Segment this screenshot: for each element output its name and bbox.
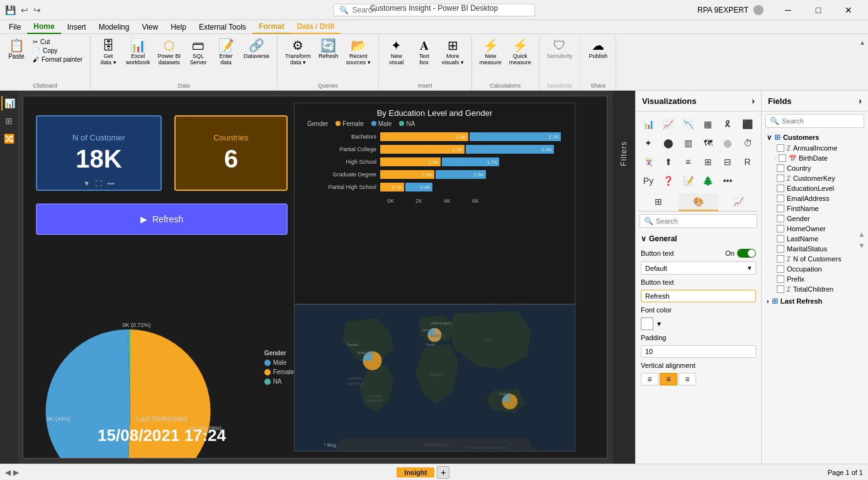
redo-icon[interactable]: ↪	[33, 5, 41, 15]
list-item[interactable]: EducationLevel	[764, 183, 865, 193]
menu-file[interactable]: File	[3, 20, 27, 34]
list-item[interactable]: Country	[764, 163, 865, 173]
align-bottom-button[interactable]: ≡	[679, 373, 696, 386]
fields-search-box[interactable]: 🔍	[765, 114, 864, 128]
title-search[interactable]: 🔍	[334, 4, 535, 16]
fields-search-input[interactable]	[782, 117, 860, 125]
undo-icon[interactable]: ↩	[21, 5, 28, 15]
font-color-picker[interactable]: ▾	[641, 317, 756, 330]
viz-icon-stackedbar[interactable]: ▦	[699, 115, 717, 133]
marital-checkbox[interactable]	[777, 245, 784, 253]
viz-icon-matrix[interactable]: ⊟	[719, 153, 736, 171]
birthdate-checkbox[interactable]	[779, 154, 786, 162]
viz-icon-ribbon[interactable]: 🎗	[719, 115, 736, 133]
viz-tab-format[interactable]: 🎨	[679, 193, 719, 211]
excel-button[interactable]: 📊 Excelworkbook	[123, 38, 153, 67]
more-icon[interactable]: •••	[107, 180, 115, 187]
toggle-track[interactable]	[737, 249, 756, 258]
list-item[interactable]: Gender	[764, 214, 865, 224]
viz-icon-kpi[interactable]: ⬆	[660, 153, 677, 171]
viz-search-input[interactable]	[656, 217, 753, 225]
viz-icon-decomp[interactable]: 🌲	[699, 172, 717, 190]
viz-icon-slicer[interactable]: ≡	[679, 153, 697, 171]
transform-button[interactable]: ⚙ Transformdata ▾	[283, 38, 313, 67]
list-item[interactable]: EmailAddress	[764, 193, 865, 203]
viz-icon-waterfall[interactable]: ⬛	[739, 115, 757, 133]
text-box-button[interactable]: 𝐀 Textbox	[412, 38, 437, 67]
list-item[interactable]: MaritalStatus	[764, 244, 865, 254]
refresh-btn-card[interactable]: ▶ Refresh	[36, 203, 288, 235]
viz-icon-qa[interactable]: ❓	[660, 172, 677, 190]
recent-sources-button[interactable]: 📂 Recentsources ▾	[344, 38, 373, 67]
country-checkbox[interactable]	[777, 164, 784, 172]
list-item[interactable]: Σ N of Customers	[764, 254, 865, 264]
sidebar-report-icon[interactable]: 📊	[1, 96, 16, 111]
viz-icon-scatter[interactable]: ✦	[640, 134, 657, 152]
list-item[interactable]: › 📅 BirthDate	[764, 153, 865, 163]
list-item[interactable]: Σ CustomerKey	[764, 173, 865, 183]
email-checkbox[interactable]	[777, 195, 784, 202]
menu-data-drill[interactable]: Data / Drill	[291, 20, 341, 34]
padding-input[interactable]	[641, 345, 756, 358]
n-customers-checkbox[interactable]	[777, 255, 784, 263]
nav-prev-arrow[interactable]: ◀	[5, 468, 11, 477]
menu-modeling[interactable]: Modeling	[93, 20, 136, 34]
paste-button[interactable]: 📋 Paste	[5, 38, 28, 61]
power-bi-datasets-button[interactable]: ⬡ Power BIdatasets	[155, 38, 184, 67]
list-item[interactable]: LastName	[764, 234, 865, 244]
viz-search-box[interactable]: 🔍	[640, 214, 757, 228]
scroll-up-icon[interactable]: ▲	[858, 230, 865, 239]
firstname-checkbox[interactable]	[777, 205, 784, 212]
sql-button[interactable]: 🗃 SQLServer	[186, 38, 211, 67]
list-item[interactable]: HomeOwner	[764, 224, 865, 234]
viz-panel-expand-icon[interactable]: ›	[752, 96, 755, 106]
sensitivity-button[interactable]: 🛡 Sensitivity	[544, 38, 575, 60]
education-checkbox[interactable]	[777, 185, 784, 192]
homeowner-checkbox[interactable]	[777, 225, 784, 232]
gender-checkbox[interactable]	[777, 215, 784, 222]
viz-icon-gauge[interactable]: ⏱	[739, 134, 757, 152]
button-text-toggle[interactable]: On	[725, 249, 756, 258]
button-text-input[interactable]	[641, 290, 756, 302]
list-item[interactable]: Σ AnnualIncome	[764, 143, 865, 153]
sidebar-model-icon[interactable]: 🔀	[1, 131, 16, 146]
publish-button[interactable]: ☁ Publish	[585, 38, 611, 60]
list-item[interactable]: Occupation	[764, 264, 865, 274]
format-painter-button[interactable]: 🖌 Format painter	[30, 55, 85, 64]
search-input[interactable]	[352, 6, 529, 14]
viz-icon-treemap[interactable]: ▥	[679, 134, 697, 152]
copy-button[interactable]: 📄 Copy	[30, 47, 85, 55]
menu-external-tools[interactable]: External Tools	[193, 20, 252, 34]
viz-icon-more[interactable]: •••	[719, 172, 736, 190]
scroll-down-icon[interactable]: ▼	[858, 241, 865, 250]
lastname-checkbox[interactable]	[777, 235, 784, 243]
add-tab-button[interactable]: +	[437, 466, 449, 479]
ribbon-collapse-button[interactable]: ▲	[859, 39, 865, 46]
menu-format[interactable]: Format	[252, 20, 291, 34]
sidebar-data-icon[interactable]: ⊞	[1, 113, 16, 129]
maximize-button[interactable]: □	[804, 0, 833, 20]
birthdate-expand-icon[interactable]: ›	[774, 155, 776, 161]
close-button[interactable]: ✕	[834, 0, 863, 20]
color-dropdown-icon[interactable]: ▾	[657, 319, 661, 328]
viz-icon-map[interactable]: 🗺	[699, 134, 717, 152]
viz-tab-build[interactable]: ⊞	[638, 193, 679, 211]
menu-insert[interactable]: Insert	[61, 20, 93, 34]
viz-icon-python[interactable]: Py	[640, 172, 657, 190]
menu-help[interactable]: Help	[164, 20, 193, 34]
viz-tab-analytics[interactable]: 📈	[718, 193, 758, 211]
menu-home[interactable]: Home	[27, 20, 60, 34]
new-measure-button[interactable]: ⚡ Newmeasure	[477, 38, 504, 67]
viz-icon-r[interactable]: R	[739, 153, 757, 171]
viz-icon-donut[interactable]: ◎	[719, 134, 736, 152]
viz-icon-card[interactable]: 🃏	[640, 153, 657, 171]
viz-icon-barchart[interactable]: 📊	[640, 115, 657, 133]
viz-icon-linechart[interactable]: 📈	[660, 115, 677, 133]
get-data-button[interactable]: 🗄 Getdata ▾	[96, 38, 121, 67]
viz-icon-smartnarr[interactable]: 📝	[679, 172, 697, 190]
new-visual-button[interactable]: ✦ Newvisual	[384, 38, 409, 67]
annual-income-checkbox[interactable]	[777, 144, 784, 152]
occupation-checkbox[interactable]	[777, 265, 784, 273]
field-group-last-refresh-header[interactable]: › ⊞ Last Refresh	[764, 295, 865, 307]
list-item[interactable]: FirstName	[764, 203, 865, 214]
